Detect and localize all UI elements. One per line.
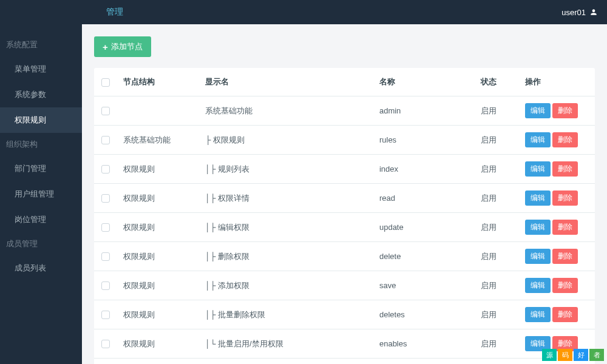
watermark: 源 码 好 者 (542, 349, 604, 361)
cell-name: read (373, 184, 475, 213)
cell-status: 启用 (475, 271, 519, 300)
cell-structure: 权限规则 (117, 155, 200, 184)
sidebar-item[interactable]: 系统参数 (0, 82, 82, 107)
sidebar-item[interactable]: 用户组管理 (0, 181, 82, 207)
cell-status: 启用 (475, 126, 519, 155)
cell-status: 启用 (475, 242, 519, 271)
cell-structure: 系统基础功能 (117, 126, 200, 155)
table-row: 系统基础功能admin启用编辑删除 (94, 96, 595, 126)
table-row: 权限规则│├ 添加权限save启用编辑删除 (94, 271, 595, 300)
row-checkbox[interactable] (101, 281, 110, 290)
main-content: + 添加节点 节点结构 显示名 名称 状态 操作 系统基础功能admin启用编辑… (82, 24, 607, 364)
cell-status: 启用 (475, 213, 519, 242)
cell-name: update (373, 213, 475, 242)
table-row: 系统基础功能├ 菜单管理menus启用编辑删除 (94, 359, 595, 365)
sidebar-item[interactable]: 菜单管理 (0, 56, 82, 82)
row-checkbox[interactable] (101, 252, 110, 261)
edit-button[interactable]: 编辑 (525, 278, 551, 293)
add-node-button[interactable]: + 添加节点 (94, 36, 151, 57)
cell-status: 启用 (475, 300, 519, 329)
edit-button[interactable]: 编辑 (525, 132, 551, 147)
sidebar-section-title: 组织架构 (0, 133, 82, 156)
table-row: 权限规则│├ 规则列表index启用编辑删除 (94, 155, 595, 184)
edit-button[interactable]: 编辑 (525, 103, 551, 118)
add-node-label: 添加节点 (111, 41, 143, 52)
cell-status: 启用 (475, 184, 519, 213)
table-row: 权限规则│├ 删除权限delete启用编辑删除 (94, 242, 595, 271)
cell-structure: 系统基础功能 (117, 359, 200, 365)
row-checkbox[interactable] (101, 194, 110, 203)
cell-name: admin (373, 96, 475, 126)
edit-button[interactable]: 编辑 (525, 190, 551, 206)
delete-button[interactable]: 删除 (552, 307, 578, 322)
sidebar-item[interactable]: 成员列表 (0, 255, 82, 281)
user-menu[interactable]: user01 (561, 8, 598, 17)
cell-name: index (373, 155, 475, 184)
row-checkbox[interactable] (101, 311, 110, 319)
delete-button[interactable]: 删除 (552, 249, 578, 264)
cell-display-name: │├ 规则列表 (199, 155, 373, 184)
cell-structure: 权限规则 (117, 329, 200, 359)
topbar: 管理 user01 (0, 0, 607, 24)
cell-structure: 权限规则 (117, 271, 200, 300)
cell-status: 启用 (475, 96, 519, 126)
row-checkbox[interactable] (101, 107, 110, 115)
rules-table: 节点结构 显示名 名称 状态 操作 系统基础功能admin启用编辑删除系统基础功… (94, 68, 595, 364)
table-header-row: 节点结构 显示名 名称 状态 操作 (94, 68, 595, 96)
cell-structure: 权限规则 (117, 184, 200, 213)
cell-status: 启用 (475, 359, 519, 365)
sidebar-item[interactable]: 权限规则 (0, 107, 82, 133)
row-checkbox[interactable] (101, 136, 110, 144)
cell-display-name: ├ 权限规则 (199, 126, 373, 155)
cell-display-name: │├ 编辑权限 (199, 213, 373, 242)
table-container: 节点结构 显示名 名称 状态 操作 系统基础功能admin启用编辑删除系统基础功… (94, 68, 595, 364)
cell-display-name: │├ 删除权限 (199, 242, 373, 271)
header-structure: 节点结构 (117, 68, 200, 96)
cell-structure: 权限规则 (117, 300, 200, 329)
delete-button[interactable]: 删除 (552, 278, 578, 293)
table-row: 权限规则│├ 权限详情read启用编辑删除 (94, 184, 595, 213)
cell-display-name: ├ 菜单管理 (199, 359, 373, 365)
table-row: 系统基础功能├ 权限规则rules启用编辑删除 (94, 126, 595, 155)
table-row: 权限规则│├ 编辑权限update启用编辑删除 (94, 213, 595, 242)
sidebar: 系统配置菜单管理系统参数权限规则组织架构部门管理用户组管理岗位管理成员管理成员列… (0, 24, 82, 364)
username-label: user01 (561, 8, 586, 17)
topbar-left: 管理 (9, 6, 123, 18)
header-name: 名称 (373, 68, 475, 96)
sidebar-section-title: 系统配置 (0, 33, 82, 56)
topbar-nav-link[interactable]: 管理 (106, 7, 123, 18)
cell-display-name: │├ 添加权限 (199, 271, 373, 300)
row-checkbox[interactable] (101, 340, 110, 348)
row-checkbox[interactable] (101, 223, 110, 232)
cell-name: delete (373, 242, 475, 271)
delete-button[interactable]: 删除 (552, 103, 578, 118)
cell-name: save (373, 271, 475, 300)
logo (9, 6, 82, 18)
cell-status: 启用 (475, 155, 519, 184)
delete-button[interactable]: 删除 (552, 190, 578, 206)
sidebar-item[interactable]: 部门管理 (0, 156, 82, 181)
edit-button[interactable]: 编辑 (525, 307, 551, 322)
header-status: 状态 (475, 68, 519, 96)
edit-button[interactable]: 编辑 (525, 161, 551, 177)
header-operations: 操作 (519, 68, 595, 96)
row-checkbox[interactable] (101, 165, 110, 174)
cell-structure (117, 96, 200, 126)
cell-status: 启用 (475, 329, 519, 359)
delete-button[interactable]: 删除 (552, 220, 578, 235)
delete-button[interactable]: 删除 (552, 132, 578, 147)
table-row: 权限规则│├ 批量删除权限deletes启用编辑删除 (94, 300, 595, 329)
plus-icon: + (103, 42, 108, 52)
sidebar-item[interactable]: 岗位管理 (0, 207, 82, 232)
delete-button[interactable]: 删除 (552, 161, 578, 177)
cell-name: deletes (373, 300, 475, 329)
table-row: 权限规则│└ 批量启用/禁用权限enables启用编辑删除 (94, 329, 595, 359)
cell-display-name: 系统基础功能 (199, 96, 373, 126)
cell-display-name: │├ 权限详情 (199, 184, 373, 213)
edit-button[interactable]: 编辑 (525, 220, 551, 235)
cell-name: enables (373, 329, 475, 359)
edit-button[interactable]: 编辑 (525, 249, 551, 264)
cell-name: rules (373, 126, 475, 155)
select-all-checkbox[interactable] (101, 78, 110, 87)
user-icon (589, 8, 598, 16)
